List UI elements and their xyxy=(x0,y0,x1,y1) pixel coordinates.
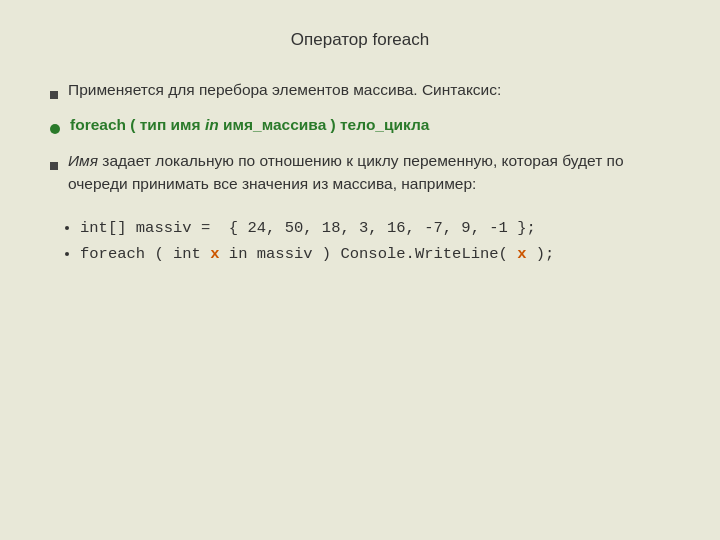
square-bullet-icon-2 xyxy=(50,153,58,176)
telo-keyword: тело_цикла xyxy=(340,116,429,133)
list-item-foreach: foreach ( тип имя in имя_массива ) тело_… xyxy=(50,113,670,140)
bullet-list: Применяется для перебора элементов масси… xyxy=(50,78,670,195)
circle-bullet-icon xyxy=(50,117,60,140)
tip-keyword: тип xyxy=(140,116,166,133)
list-item-text: Применяется для перебора элементов масси… xyxy=(68,78,501,101)
foreach-keyword: foreach ( xyxy=(70,116,140,133)
page: Оператор foreach Применяется для перебор… xyxy=(0,0,720,540)
page-title: Оператор foreach xyxy=(50,30,670,50)
foreach-name: имя xyxy=(166,116,205,133)
code-list: int[] massiv = { 24, 50, 18, 3, 16, -7, … xyxy=(50,215,670,268)
list-item-desc: Имя задает локальную по отношению к цикл… xyxy=(50,149,670,196)
code-text-1: int[] massiv = { 24, 50, 18, 3, 16, -7, … xyxy=(80,219,536,237)
in-keyword: in xyxy=(205,116,219,133)
x-var-1: x xyxy=(210,245,219,263)
imo-italic: Имя xyxy=(68,152,98,169)
list-item: Применяется для перебора элементов масси… xyxy=(50,78,670,105)
x-var-2: x xyxy=(517,245,526,263)
square-bullet-icon xyxy=(50,82,58,105)
main-content: Применяется для перебора элементов масси… xyxy=(50,78,670,268)
list-item-text-foreach: foreach ( тип имя in имя_массива ) тело_… xyxy=(70,113,429,136)
list-item-text-desc: Имя задает локальную по отношению к цикл… xyxy=(68,149,670,196)
foreach-massiv: имя_массива ) xyxy=(219,116,340,133)
code-line-2: foreach ( int x in massiv ) Console.Writ… xyxy=(80,241,670,267)
code-line-1: int[] massiv = { 24, 50, 18, 3, 16, -7, … xyxy=(80,215,670,241)
code-text-2: foreach ( int x in massiv ) Console.Writ… xyxy=(80,245,554,263)
